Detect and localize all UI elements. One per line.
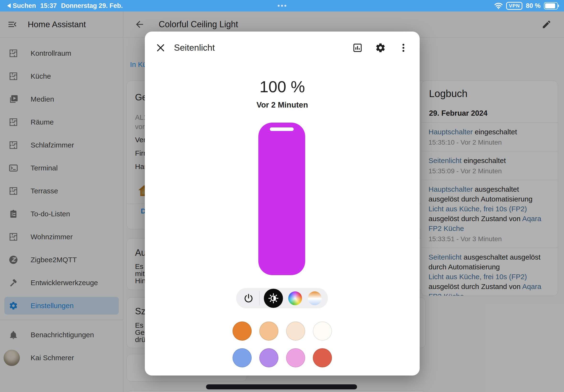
dialog-actions	[352, 42, 409, 53]
brightness-value: 100 %	[145, 77, 420, 96]
color-presets-row	[145, 322, 420, 341]
control-divider	[259, 291, 260, 306]
home-indicator[interactable]	[206, 384, 357, 389]
battery-icon	[544, 2, 558, 10]
ipad-screen: Suchen 15:37 Donnerstag 29. Feb. VPN 80 …	[0, 0, 564, 392]
back-app-label: Suchen	[13, 2, 36, 10]
overflow-menu-icon[interactable]	[398, 42, 409, 53]
brightness-slider[interactable]	[258, 123, 305, 275]
light-dialog: Seitenlicht 100 % Vor 2 Minuten	[145, 31, 420, 376]
slider-handle[interactable]	[270, 127, 294, 131]
color-preset-swatch[interactable]	[313, 322, 332, 341]
history-chart-icon[interactable]	[352, 42, 363, 53]
color-preset-swatch[interactable]	[233, 322, 252, 341]
status-date: Donnerstag 29. Feb.	[61, 2, 123, 10]
back-to-app-button[interactable]: Suchen	[7, 2, 36, 10]
ios-status-bar: Suchen 15:37 Donnerstag 29. Feb. VPN 80 …	[0, 0, 564, 12]
color-preset-swatch[interactable]	[286, 348, 305, 367]
vpn-badge: VPN	[506, 2, 523, 10]
last-changed: Vor 2 Minuten	[145, 100, 420, 110]
brightness-tab[interactable]	[264, 289, 283, 308]
dialog-header: Seitenlicht	[145, 31, 420, 64]
color-presets-row	[145, 348, 420, 367]
color-temp-icon[interactable]	[308, 291, 322, 305]
back-triangle-icon	[7, 3, 11, 8]
close-icon[interactable]	[155, 42, 166, 53]
color-preset-swatch[interactable]	[259, 348, 278, 367]
color-preset-swatch[interactable]	[313, 348, 332, 367]
status-left: Suchen 15:37 Donnerstag 29. Feb.	[0, 2, 123, 10]
light-control-tabs	[236, 288, 328, 308]
battery-percent: 80 %	[526, 2, 541, 10]
brightness-icon	[268, 293, 279, 304]
multitask-dots-icon[interactable]	[278, 0, 286, 12]
color-preset-swatch[interactable]	[233, 348, 252, 367]
color-preset-swatch[interactable]	[286, 322, 305, 341]
power-icon[interactable]	[243, 293, 254, 304]
status-time: 15:37	[40, 2, 57, 10]
status-right: VPN 80 %	[494, 2, 564, 10]
color-wheel-icon[interactable]	[288, 291, 302, 305]
wifi-icon	[494, 2, 503, 9]
dialog-title: Seitenlicht	[174, 43, 352, 53]
settings-gear-icon[interactable]	[375, 42, 386, 53]
color-preset-swatch[interactable]	[259, 322, 278, 341]
